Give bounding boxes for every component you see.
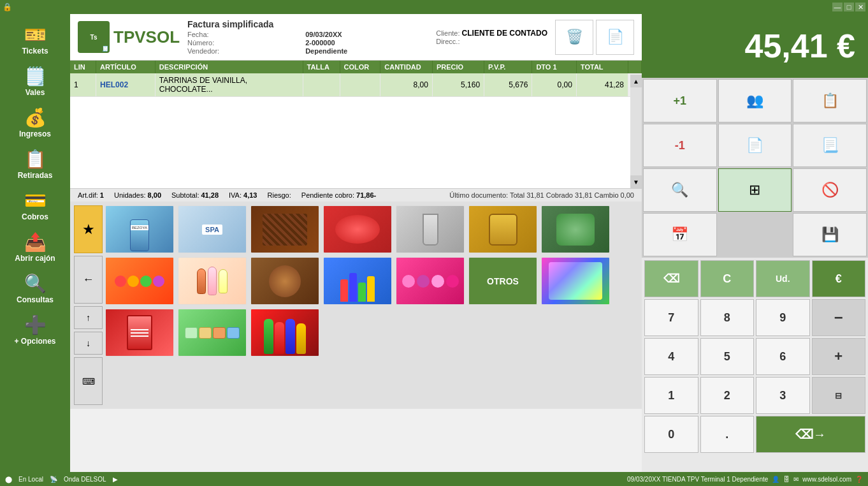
product-cell-spa[interactable]: SPA	[178, 205, 247, 253]
table-row[interactable]: 1 HEL002 TARRINAS DE VAINILLA, CHOCOLATE…	[70, 73, 642, 97]
mail-icon: ✉	[793, 476, 799, 483]
row-cantidad: 8,00	[380, 73, 433, 97]
product-cell-meat[interactable]	[323, 205, 392, 253]
numpad-area: ⌫ C Ud. € 7 8 9 − 4 5 6 + 1 2	[642, 258, 868, 472]
num-1-button[interactable]: 1	[644, 377, 698, 414]
product-cell-colorful[interactable]	[541, 257, 610, 305]
table-scrollbar[interactable]: ▲ ▼	[630, 75, 642, 188]
num-7-button[interactable]: 7	[644, 299, 698, 336]
vales-icon: 🗒️	[24, 66, 47, 87]
sidebar-item-vales[interactable]: 🗒️ Vales	[6, 62, 64, 101]
client-label-text: Cliente: CLIENTE DE CONTADO	[436, 29, 547, 38]
delete-invoice-button[interactable]: 🗑️	[555, 20, 593, 55]
backspace-button[interactable]: ⌫	[644, 260, 698, 297]
num-2-button[interactable]: 2	[700, 377, 755, 414]
num-5-button[interactable]: 5	[700, 338, 755, 375]
enter-button[interactable]: ⌫→	[756, 416, 865, 453]
product-cell-fruit[interactable]	[105, 257, 174, 305]
add-button[interactable]: +	[812, 338, 866, 375]
euro-button[interactable]: €	[812, 260, 866, 297]
nav-up-button[interactable]: ↑	[74, 306, 103, 329]
product-cell-jar[interactable]	[468, 205, 537, 253]
header-precio: PRECIO	[432, 61, 484, 73]
vales-label: Vales	[25, 88, 45, 97]
search-doc-button[interactable]: 🔍	[643, 168, 717, 212]
lock-icon: 🔒	[3, 3, 12, 11]
consultas-label: Consultas	[17, 295, 54, 304]
product-cell-drinks[interactable]	[250, 309, 319, 357]
num-4-button[interactable]: 4	[644, 338, 698, 375]
cancel-doc-icon: 🚫	[821, 182, 839, 198]
scroll-up-button[interactable]: ▲	[630, 75, 642, 87]
tickets-list-button[interactable]: 📋	[793, 79, 867, 122]
product-cell-paint[interactable]	[323, 257, 392, 305]
num-6-button[interactable]: 6	[756, 338, 810, 375]
nav-star-button[interactable]: ★	[74, 205, 103, 253]
tickets-icon: 🎫	[24, 24, 47, 45]
sidebar-item-ingresos[interactable]: 💰 Ingresos	[6, 103, 64, 142]
calendar-button[interactable]: 📅	[643, 213, 717, 256]
unidades-value: 8,00	[148, 191, 161, 199]
barcode-button[interactable]: ⊟	[812, 377, 866, 414]
header-cantidad: CANTIDAD	[380, 61, 433, 73]
summary-bar: Art.dif: 1 Unidades: 8,00 Subtotal: 41,2…	[70, 188, 642, 202]
num-8-button[interactable]: 8	[700, 299, 755, 336]
sidebar-item-abrir-cajon[interactable]: 📤 Abrir cajón	[6, 228, 64, 267]
website-text: www.sdelsol.com	[802, 476, 851, 483]
summary-left: Art.dif: 1 Unidades: 8,00 Subtotal: 41,2…	[78, 191, 376, 199]
save-button[interactable]: 💾	[793, 213, 867, 256]
product-cell-notebook[interactable]	[105, 309, 174, 357]
status-indicator: ⬤	[5, 476, 12, 483]
number-value: 2-000000	[305, 39, 428, 47]
product-cell-coffee[interactable]	[250, 257, 319, 305]
num-3-button[interactable]: 3	[756, 377, 810, 414]
client-button[interactable]: 👥	[718, 79, 792, 122]
sidebar-item-tickets[interactable]: 🎫 Tickets	[6, 20, 64, 59]
product-cell-cup[interactable]	[396, 205, 465, 253]
product-cell-otros[interactable]: OTROS	[468, 257, 537, 305]
product-cell-tray[interactable]	[178, 309, 247, 357]
sidebar-item-consultas[interactable]: 🔍 Consultas	[6, 269, 64, 308]
num-0-button[interactable]: 0	[644, 416, 698, 453]
nav-keyboard-button[interactable]: ⌨	[74, 357, 103, 405]
maximize-button[interactable]: □	[844, 3, 854, 11]
row-pvp: 5,676	[484, 73, 532, 97]
scroll-down-button[interactable]: ▼	[630, 175, 642, 188]
sidebar-item-cobros[interactable]: 💳 Cobros	[6, 186, 64, 225]
copy-button[interactable]: 📄	[718, 124, 792, 167]
product-rows: BEZOYA SPA	[105, 205, 638, 405]
plus1-button[interactable]: +1	[643, 79, 717, 122]
invoice-doc-button[interactable]: 📃	[793, 124, 867, 167]
product-cell-chocolate[interactable]	[250, 205, 319, 253]
cancel-doc-button[interactable]: 🚫	[793, 168, 867, 212]
product-cell-candy[interactable]	[396, 257, 465, 305]
total-display: 45,41 €	[642, 14, 868, 78]
nav-down-button[interactable]: ↓	[74, 332, 103, 355]
new-invoice-button[interactable]: 📄	[596, 20, 634, 55]
decimal-button[interactable]: .	[700, 416, 755, 453]
new-invoice-icon: 📄	[607, 29, 624, 45]
consultas-icon: 🔍	[24, 273, 47, 294]
close-button[interactable]: ✕	[855, 3, 865, 11]
func-grid: +1 👥 📋 -1 📄 📃 🔍 ⊞	[642, 78, 868, 258]
invoice-table: LIN ARTÍCULO DESCRIPCIÓN TALLA COLOR CAN…	[70, 61, 642, 97]
subtract-button[interactable]: −	[812, 299, 866, 336]
clear-button[interactable]: C	[700, 260, 755, 297]
num-9-button[interactable]: 9	[756, 299, 810, 336]
numpad-row-123: 1 2 3 ⊟	[644, 377, 865, 414]
header-lin: LIN	[70, 61, 96, 73]
product-cell-water[interactable]: BEZOYA	[105, 205, 174, 253]
app-logo: Ts 🧾	[78, 21, 110, 53]
unit-button[interactable]: Ud.	[756, 260, 810, 297]
minus1-button[interactable]: -1	[643, 124, 717, 167]
sidebar-item-opciones[interactable]: ➕ + Opciones	[6, 311, 64, 350]
sidebar-item-retiradas[interactable]: 📋 Retiradas	[6, 145, 64, 184]
header-color: COLOR	[340, 61, 380, 73]
nav-back-button[interactable]: ←	[74, 256, 103, 304]
product-cell-icecream[interactable]	[178, 257, 247, 305]
product-cell-tea[interactable]	[541, 205, 610, 253]
art-dif-value: 1	[100, 191, 104, 199]
add-table-button[interactable]: ⊞	[718, 168, 792, 212]
minimize-button[interactable]: —	[832, 3, 843, 11]
tickets-label: Tickets	[22, 47, 48, 55]
